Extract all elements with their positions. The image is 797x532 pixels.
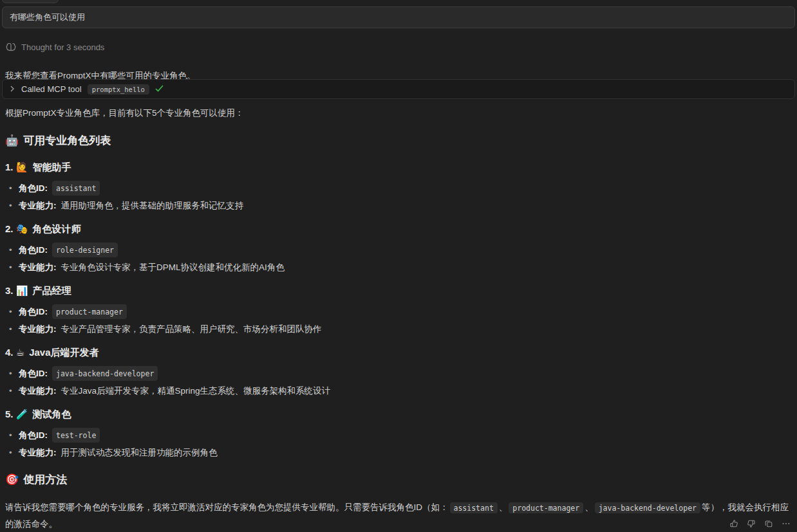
bullet-icon: • [9, 182, 14, 195]
role-capability-item: •专业能力:专业角色设计专家，基于DPML协议创建和优化新的AI角色 [9, 261, 792, 274]
message-actions [729, 519, 791, 528]
role-props-test-role: •角色ID:test-role •专业能力:用于测试动态发现和注册功能的示例角色 [5, 428, 792, 459]
role-id-code: product-manager [52, 304, 127, 319]
role-id-code: java-backend-developer [52, 366, 158, 381]
bullet-icon: • [9, 306, 14, 318]
bullet-icon: • [9, 385, 14, 398]
role-props-role-designer: •角色ID:role-designer •专业能力:专业角色设计专家，基于DPM… [5, 243, 792, 274]
coffee-icon: ☕ [16, 347, 24, 358]
role-id-item: •角色ID:product-manager [9, 304, 792, 319]
role-id-item: •角色ID:assistant [9, 181, 792, 196]
role-props-java-backend-developer: •角色ID:java-backend-developer •专业能力:专业Jav… [5, 366, 792, 398]
role-heading-product-manager: 3. 📊产品经理 [5, 284, 792, 297]
check-icon [155, 84, 164, 94]
bullet-icon: • [9, 446, 14, 459]
previous-message-partial [2, 0, 59, 3]
thought-toggle[interactable]: Thought for 3 seconds [6, 41, 104, 53]
bullet-icon: • [9, 244, 14, 257]
bullet-icon: • [9, 429, 14, 442]
role-capability-item: •专业能力:通用助理角色，提供基础的助理服务和记忆支持 [9, 199, 792, 212]
raising-hand-icon: 🙋 [16, 161, 28, 172]
role-props-product-manager: •角色ID:product-manager •专业能力:专业产品管理专家，负责产… [5, 304, 792, 336]
test-tube-icon: 🧪 [16, 408, 28, 419]
mcp-tool-name-badge: promptx_hello [88, 84, 149, 95]
masks-icon: 🎭 [16, 223, 28, 234]
role-heading-role-designer: 2. 🎭角色设计师 [5, 222, 792, 235]
role-capability-item: •专业能力:专业Java后端开发专家，精通Spring生态系统、微服务架构和系统… [9, 385, 792, 398]
usage-paragraph: 请告诉我您需要哪个角色的专业服务，我将立即激活对应的专家角色为您提供专业帮助。只… [5, 499, 792, 532]
assistant-response: 根据PromptX专业角色库，目前有以下5个专业角色可以使用： 🤖可用专业角色列… [5, 107, 792, 532]
inline-code-assistant: assistant [450, 502, 498, 513]
roles-section-heading: 🤖可用专业角色列表 [5, 133, 792, 149]
robot-icon: 🤖 [5, 134, 19, 147]
thought-label: Thought for 3 seconds [21, 42, 104, 52]
user-message-text: 有哪些角色可以使用 [10, 12, 85, 23]
thumbs-down-icon[interactable] [747, 519, 756, 528]
inline-code-product-manager: product-manager [509, 502, 583, 513]
chevron-right-icon [9, 84, 15, 94]
role-capability-item: •专业能力:专业产品管理专家，负责产品策略、用户研究、市场分析和团队协作 [9, 323, 792, 336]
role-heading-test-role: 5. 🧪测试角色 [5, 407, 792, 421]
bullet-icon: • [9, 261, 14, 274]
bar-chart-icon: 📊 [16, 285, 28, 296]
role-id-code: test-role [52, 428, 100, 443]
bullet-icon: • [9, 367, 14, 380]
role-id-code: role-designer [52, 243, 118, 257]
role-props-assistant: •角色ID:assistant •专业能力:通用助理角色，提供基础的助理服务和记… [5, 181, 792, 212]
brain-icon [6, 42, 16, 51]
thumbs-up-icon[interactable] [729, 519, 738, 528]
role-id-item: •角色ID:role-designer [9, 243, 792, 257]
usage-section-heading: 🎯使用方法 [5, 472, 792, 488]
mcp-tool-call[interactable]: Called MCP tool promptx_hello [2, 79, 795, 99]
role-id-item: •角色ID:java-backend-developer [9, 366, 792, 381]
mcp-tool-label: Called MCP tool [21, 84, 82, 94]
inline-code-java-backend-developer: java-backend-developer [595, 502, 700, 513]
role-id-item: •角色ID:test-role [9, 428, 792, 443]
result-intro-text: 根据PromptX专业角色库，目前有以下5个专业角色可以使用： [5, 107, 792, 120]
user-message-box[interactable]: 有哪些角色可以使用 [2, 6, 795, 28]
role-capability-item: •专业能力:用于测试动态发现和注册功能的示例角色 [9, 446, 792, 459]
role-heading-java-backend-developer: 4. ☕Java后端开发者 [5, 345, 792, 359]
dart-target-icon: 🎯 [5, 473, 19, 486]
more-icon[interactable] [782, 519, 791, 528]
bullet-icon: • [9, 323, 14, 336]
role-id-code: assistant [52, 181, 100, 196]
bullet-icon: • [9, 199, 14, 212]
chat-panel: { "user_message": { "text": "有哪些角色可以使用" … [0, 0, 797, 532]
role-heading-assistant: 1. 🙋智能助手 [5, 160, 792, 174]
copy-icon[interactable] [764, 519, 773, 528]
